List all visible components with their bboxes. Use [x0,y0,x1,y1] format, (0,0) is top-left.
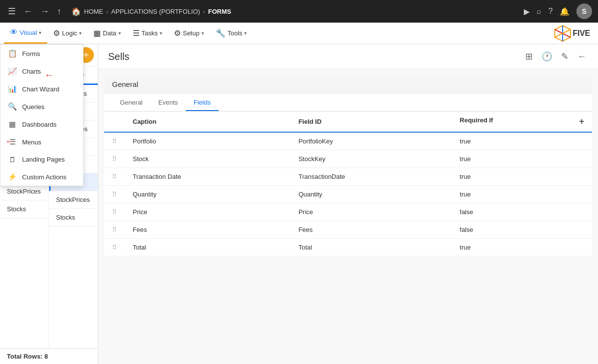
required-if-cell: true [452,186,592,203]
nav-tasks-label: Tasks [142,29,158,37]
avatar[interactable]: S [576,3,592,19]
up-icon[interactable]: ↑ [55,4,63,19]
back-icon[interactable]: ← [22,4,34,19]
breadcrumb-arrow2: › [203,8,205,15]
dashboards-dropdown-icon: ▦ [7,120,17,129]
home-label[interactable]: HOME [84,8,103,15]
bell-icon[interactable]: 🔔 [560,7,570,16]
dropdown-item-charts[interactable]: 📈 Charts [0,62,83,80]
table-row[interactable]: ⠿ Price Price false [104,203,592,221]
list-item-stocks-left[interactable]: Stocks [0,200,49,218]
drag-handle[interactable]: ⠿ [104,168,125,186]
visual-nav-icon: 👁 [10,28,18,37]
field-id-cell: PortfolioKey [290,132,452,150]
main-layout: 🔍 ⚡ + Allocations Buys Exchanges Portfol… [0,44,598,364]
nav-visual[interactable]: 👁 Visual ▾ [4,23,47,44]
dropdown-item-landing-pages[interactable]: 🗒 Landing Pages [0,151,83,168]
nav-logic[interactable]: ⚙ Logic ▾ [47,23,87,44]
field-id-cell: Quantity [290,186,452,203]
tab-fields[interactable]: Fields [186,94,219,111]
help-icon[interactable]: ? [548,7,553,16]
add-column-button[interactable]: + [579,116,584,127]
table-row[interactable]: ⠿ Fees Fees false [104,221,592,239]
topbar-right: ▶ ⌕ ? 🔔 S [524,3,592,19]
forms-dropdown-icon: 📋 [7,49,17,58]
home-icon: 🏠 [71,7,81,16]
search-topbar-icon[interactable]: ⌕ [537,7,541,16]
drag-handle[interactable]: ⠿ [104,132,125,150]
dropdown-item-custom-actions[interactable]: ⚡ Custom Actions [0,168,83,186]
nav-tasks[interactable]: ☰ Tasks ▾ [127,23,168,44]
arrow-indicator-1: ← [44,69,54,81]
drag-handle[interactable]: ⠿ [104,150,125,168]
monitor-icon[interactable]: ⊞ [523,49,535,64]
dropdown-item-forms[interactable]: 📋 Forms [0,45,83,62]
dropdown-charts-label: Charts [22,68,41,75]
list-item-stockprices-right[interactable]: StockPrices [49,191,98,209]
caption-cell: Price [125,203,290,221]
topbar: ☰ ← → ↑ 🏠 HOME › APPLICATIONS (PORTFOLIO… [0,0,598,23]
nav-tools[interactable]: 🔧 Tools ▾ [210,23,253,44]
breadcrumb-forms[interactable]: FORMS [208,8,231,15]
forward-icon[interactable]: → [38,4,51,19]
caption-cell: Quantity [125,186,290,203]
edit-icon[interactable]: ✎ [559,49,570,64]
arrow-indicator-2: ← [5,136,15,147]
breadcrumb-portfolio[interactable]: APPLICATIONS (PORTFOLIO) [111,8,200,15]
dropdown-item-dashboards[interactable]: ▦ Dashboards [0,115,83,133]
tab-events[interactable]: Events [150,94,186,111]
caption-cell: Portfolio [125,132,290,150]
table-row[interactable]: ⠿ Portfolio PortfolioKey true [104,132,592,150]
page-title: Sells [108,51,129,62]
drag-handle[interactable]: ⠿ [104,203,125,221]
nav-data[interactable]: ▦ Data ▾ [87,23,126,44]
field-id-cell: TransactionDate [290,168,452,186]
breadcrumb-arrow1: › [106,8,108,15]
menu-icon[interactable]: ☰ [6,4,18,19]
table-row[interactable]: ⠿ Stock StockKey true [104,150,592,168]
dropdown-item-chart-wizard[interactable]: 📊 Chart Wizard [0,80,83,98]
dropdown-item-queries[interactable]: 🔍 Queries [0,98,83,115]
dropdown-custom-actions-label: Custom Actions [22,173,66,181]
logic-nav-icon: ⚙ [53,28,60,38]
nav-data-label: Data [103,29,116,37]
play-icon[interactable]: ▶ [524,7,530,16]
total-rows: Total Rows: 8 [0,348,98,364]
table-row[interactable]: ⠿ Quantity Quantity true [104,186,592,203]
clock-icon[interactable]: 🕐 [540,49,554,64]
back-arrow-icon[interactable]: ← [575,50,588,64]
dropdown-landing-pages-label: Landing Pages [22,156,65,163]
dropdown-queries-label: Queries [22,103,45,111]
nav-setup[interactable]: ⚙ Setup ▾ [168,23,210,44]
field-id-cell: Price [290,203,452,221]
visual-caret: ▾ [39,30,41,35]
table-row[interactable]: ⠿ Total Total true [104,239,592,256]
custom-actions-dropdown-icon: ⚡ [7,172,17,181]
field-id-cell: Fees [290,221,452,239]
charts-dropdown-icon: 📈 [7,67,17,76]
table-row[interactable]: ⠿ Transaction Date TransactionDate true [104,168,592,186]
right-panel-actions: ⊞ 🕐 ✎ ← [523,49,588,64]
caption-cell: Transaction Date [125,168,290,186]
nav-setup-label: Setup [183,29,199,37]
data-nav-icon: ▦ [93,28,101,38]
required-if-cell: false [452,221,592,239]
drag-handle[interactable]: ⠿ [104,239,125,256]
nav-logic-label: Logic [62,29,77,37]
drag-handle[interactable]: ⠿ [104,186,125,203]
drag-col-header [104,112,125,132]
tab-general[interactable]: General [112,94,150,111]
setup-caret: ▾ [201,30,204,36]
nav-visual-label: Visual [20,29,37,36]
drag-handle[interactable]: ⠿ [104,221,125,239]
add-icon: + [83,50,89,61]
tools-nav-icon: 🔧 [216,28,226,38]
list-item-stocks-right[interactable]: Stocks [49,209,98,226]
navbar: 👁 Visual ▾ ⚙ Logic ▾ ▦ Data ▾ ☰ Tasks ▾ … [0,23,598,44]
field-id-cell: StockKey [290,150,452,168]
queries-dropdown-icon: 🔍 [7,102,17,111]
caption-cell: Total [125,239,290,256]
required-if-cell: false [452,203,592,221]
chart-wizard-dropdown-icon: 📊 [7,84,17,93]
nav-tools-label: Tools [228,29,242,37]
